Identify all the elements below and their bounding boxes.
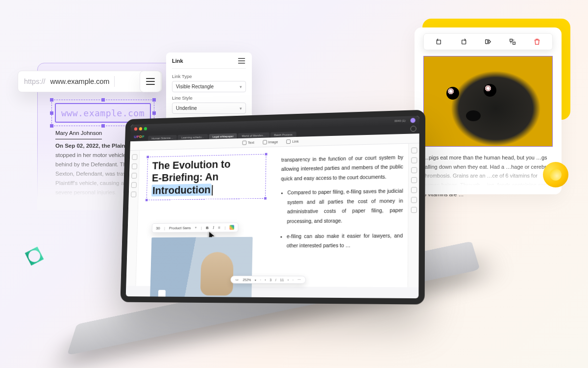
- more-button[interactable]: ⋯: [297, 278, 301, 282]
- rotate-left-button[interactable]: [433, 35, 445, 48]
- fit-button[interactable]: ▭: [236, 278, 239, 282]
- maximize-icon[interactable]: [144, 127, 147, 130]
- mode-link[interactable]: Link: [287, 139, 299, 144]
- titlebar-meta: 0040 (1): [394, 119, 406, 123]
- document-tab[interactable]: Human Science…: [148, 135, 177, 141]
- rail-icon[interactable]: [411, 197, 416, 203]
- rail-icon[interactable]: [132, 154, 137, 160]
- rail-icon[interactable]: [131, 191, 136, 197]
- panel-title: Link: [172, 58, 183, 64]
- bold-button[interactable]: B: [206, 225, 209, 230]
- document-canvas[interactable]: The Evolution to E-Briefing: An Introduc…: [136, 144, 408, 287]
- svg-rect-0: [437, 40, 441, 44]
- text-color-button[interactable]: [230, 225, 235, 230]
- minimize-icon[interactable]: [139, 127, 143, 131]
- svg-rect-3: [510, 39, 513, 42]
- zoom-value[interactable]: 252%: [243, 278, 251, 281]
- align-button[interactable]: ≡: [218, 225, 220, 230]
- rail-icon[interactable]: [411, 207, 416, 213]
- account-avatar[interactable]: [411, 118, 416, 123]
- font-family-select[interactable]: Product Sans: [169, 226, 191, 230]
- text-format-toolbar: 30 | Product Sans▾ | B I ≡ |: [152, 223, 239, 233]
- app-window: 0040 (1) UPDF Human Science…Learning sch…: [126, 116, 419, 298]
- rail-icon[interactable]: [131, 173, 137, 179]
- right-tool-rail: [408, 143, 419, 287]
- sliders-icon: [146, 78, 155, 85]
- page-total: 11: [280, 278, 284, 282]
- line-style-label: Line Style: [172, 95, 246, 101]
- document-body-main: transparency in the function of our cour…: [280, 153, 403, 257]
- mode-image[interactable]: Image: [263, 140, 278, 145]
- rail-icon[interactable]: [411, 187, 416, 193]
- rail-icon[interactable]: [131, 182, 136, 188]
- font-size-field[interactable]: 30: [156, 226, 160, 230]
- document-tab[interactable]: Learning schedu…: [178, 134, 208, 140]
- decorative-yellow-ring: [543, 162, 568, 187]
- crop-button[interactable]: [506, 35, 519, 48]
- url-value: www.example.com: [50, 78, 110, 85]
- chevron-down-icon: ▾: [240, 106, 242, 111]
- flip-button[interactable]: [482, 35, 494, 48]
- svg-rect-1: [462, 40, 466, 44]
- page-navigation-bar: ▭ 252%▾ · ‹ 3 / 11 › · ⋯: [230, 276, 306, 284]
- document-tab[interactable]: Legal whitepaper: [209, 133, 237, 139]
- svg-rect-4: [513, 42, 515, 45]
- url-settings-button[interactable]: [140, 71, 161, 92]
- close-icon[interactable]: [134, 127, 138, 131]
- document-image: [150, 237, 253, 298]
- link-type-select[interactable]: Visible Rectangle▾: [172, 81, 246, 92]
- document-tab[interactable]: World of Marshm…: [238, 132, 270, 138]
- text-edit-box[interactable]: The Evolution to E-Briefing: An Introduc…: [147, 154, 267, 201]
- laptop-mockup: 0040 (1) UPDF Human Science…Learning sch…: [67, 112, 473, 342]
- title-line-2: E-Briefing: An: [152, 171, 219, 184]
- rail-icon[interactable]: [411, 167, 417, 173]
- app-brand: UPDF: [134, 134, 145, 139]
- text-caret: [212, 185, 213, 195]
- delete-button[interactable]: [531, 35, 543, 48]
- next-page-button[interactable]: ›: [288, 278, 289, 282]
- mode-text[interactable]: Text: [242, 140, 254, 145]
- url-prefix: https://: [24, 78, 46, 85]
- rotate-right-button[interactable]: [457, 35, 470, 48]
- rail-icon[interactable]: [411, 177, 416, 183]
- rail-icon[interactable]: [411, 158, 417, 163]
- decorative-teal-ring: [21, 242, 48, 269]
- link-type-label: Link Type: [172, 74, 246, 79]
- page-current[interactable]: 3: [270, 278, 271, 282]
- sliders-icon[interactable]: [238, 58, 245, 63]
- rail-icon[interactable]: [411, 147, 417, 153]
- document-tab[interactable]: Batch Process: [270, 131, 296, 137]
- italic-button[interactable]: I: [213, 225, 214, 230]
- image-toolbar: [423, 33, 553, 50]
- svg-rect-2: [486, 40, 488, 44]
- rail-icon[interactable]: [131, 163, 137, 169]
- title-highlight: Introduction: [151, 184, 212, 196]
- title-line-1: The Evolution to: [152, 158, 230, 172]
- prev-page-button[interactable]: ‹: [265, 278, 266, 282]
- chevron-down-icon: ▾: [240, 84, 242, 89]
